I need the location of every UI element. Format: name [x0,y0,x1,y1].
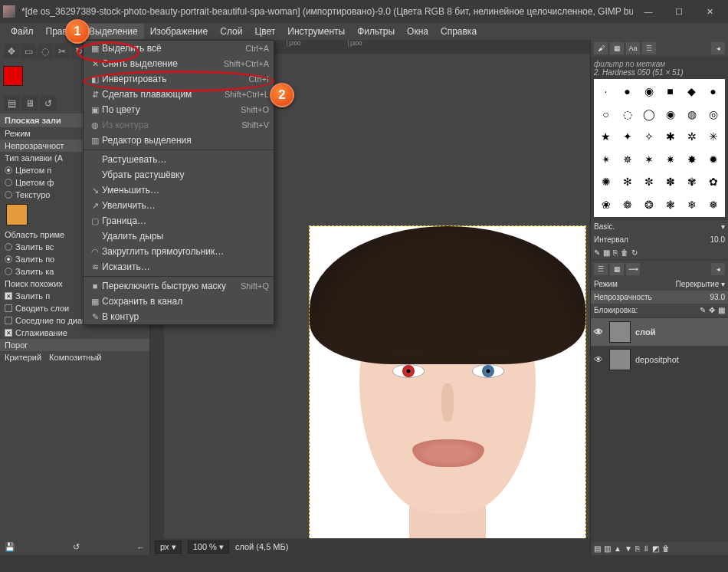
tab-patterns-icon[interactable]: ▦ [610,42,624,54]
menuitem-увеличить-[interactable]: ↗Увеличить… [84,198,274,213]
menuitem-в-контур[interactable]: ✎В контур [84,309,274,324]
tab-paths-icon[interactable]: ⟿ [626,263,640,275]
layer-visibility-icon[interactable]: 👁 [594,327,605,337]
threshold-row[interactable]: Порог [0,339,149,351]
menu-фильтры[interactable]: Фильтры [351,24,401,39]
dup-brush-icon[interactable]: ⎘ [613,248,618,257]
reset-preset-icon[interactable]: ↺ [73,542,80,552]
layer-up-icon[interactable]: ▲ [614,544,621,553]
brush-cell[interactable]: ✳ [703,126,723,148]
menuitem-уменьшить-[interactable]: ↘Уменьшить… [84,182,274,198]
menuitem-сохранить-в-канал[interactable]: ▦Сохранить в канал [84,294,274,309]
menuitem-редактор-выделения[interactable]: ▥Редактор выделения [84,133,274,148]
menuitem-закруглить-прямоугольник-[interactable]: ◠Закруглить прямоугольник… [84,244,274,259]
lock-alpha-icon[interactable]: ▦ [718,306,725,314]
tab-layers-icon[interactable]: ☰ [594,263,608,275]
brush-cell[interactable]: ✧ [638,126,659,148]
maximize-button[interactable]: ☐ [664,1,694,22]
menuitem-снять-выделение[interactable]: ✕Снять выделениеShift+Ctrl+A [84,56,274,71]
brush-cell[interactable]: ✼ [638,171,659,193]
rect-select-tool[interactable]: ▭ [21,44,36,59]
menuitem-граница-[interactable]: ▢Граница… [84,213,274,228]
menu-окна[interactable]: Окна [401,24,435,39]
unit-select[interactable]: px ▾ [155,541,182,554]
brush-cell[interactable]: ◍ [681,104,702,126]
brush-cell[interactable]: ✶ [638,149,659,171]
menu-справка[interactable]: Справка [435,24,483,39]
foreground-color-swatch[interactable] [3,66,23,86]
brush-cell[interactable]: ❅ [703,194,723,216]
lock-position-icon[interactable]: ✥ [709,306,715,314]
mask-layer-icon[interactable]: ◩ [652,544,659,553]
tab-brushes-icon[interactable]: 🖌 [594,42,608,54]
brush-cell[interactable]: ★ [595,126,616,148]
brush-cell[interactable]: ◉ [638,81,659,103]
tab-history-icon[interactable]: ↺ [41,96,56,111]
brush-cell[interactable]: ✺ [595,171,616,193]
merge-layer-icon[interactable]: ⥥ [643,544,649,553]
brush-cell[interactable]: ● [703,81,723,103]
layer-mode-row[interactable]: Режим Перекрытие ▾ [591,278,728,291]
edit-brush-icon[interactable]: ✎ [594,248,600,257]
layer-group-icon[interactable]: ▥ [604,544,611,553]
menu-слой[interactable]: Слой [214,24,248,39]
brush-cell[interactable]: ✲ [681,126,702,148]
del-brush-icon[interactable]: 🗑 [621,248,628,257]
lasso-tool[interactable]: ◌ [38,44,53,59]
layer-row[interactable]: 👁слой [591,318,728,346]
brush-grid[interactable]: ·●◉■◆●○◌◯◉◍◎★✦✧✱✲✳✴✵✶✷✸✹✺✻✼✽✾✿❀❁❂❃❄❅ [594,79,725,217]
tab-device-icon[interactable]: 🖥 [22,96,38,111]
dup-layer-icon[interactable]: ⎘ [635,544,640,553]
minimize-button[interactable]: — [633,1,664,22]
brush-cell[interactable]: ◆ [681,81,702,103]
brush-cell[interactable]: ❄ [681,194,702,216]
brush-cell[interactable]: ✽ [660,171,680,193]
menuitem-по-цвету[interactable]: ▣По цветуShift+O [84,102,274,117]
move-tool[interactable]: ✥ [4,44,19,59]
menuitem-исказить-[interactable]: ≋Исказить… [84,259,274,274]
delete-preset-icon[interactable]: ← [136,543,145,552]
menu-выделение[interactable]: Выделение [83,24,144,39]
brush-cell[interactable]: ◯ [638,104,659,126]
menu-изображение[interactable]: Изображение [144,24,215,39]
zoom-select[interactable]: 100 % ▾ [188,541,229,554]
crop-tool[interactable]: ✂ [54,44,70,59]
tab-channels-icon[interactable]: ▦ [610,263,624,275]
tab-fonts-icon[interactable]: Aa [626,42,640,54]
brush-cell[interactable]: ❀ [595,194,616,216]
menuitem-инвертировать[interactable]: ◧ИнвертироватьCtrl+I [84,71,274,87]
layer-down-icon[interactable]: ▼ [625,544,632,553]
tab-history-icon[interactable]: ☰ [642,42,656,54]
close-button[interactable]: ✕ [694,1,725,22]
brush-cell[interactable]: ❁ [617,194,638,216]
brush-cell[interactable]: ❂ [638,194,659,216]
brush-cell[interactable]: ✴ [595,149,616,171]
brush-cell[interactable]: ✵ [617,149,638,171]
menu-цвет[interactable]: Цвет [248,24,281,39]
brush-cell[interactable]: ✾ [681,171,702,193]
lock-pixels-icon[interactable]: ✎ [700,306,706,314]
layer-opacity-row[interactable]: Непрозрачность 93.0 [591,291,728,304]
brush-cell[interactable]: ✻ [617,171,638,193]
brush-cell[interactable]: ❃ [660,194,680,216]
canvas-image[interactable] [310,226,585,541]
brush-cell[interactable]: ✸ [681,149,702,171]
menu-файл[interactable]: Файл [5,24,40,39]
panel-menu-icon[interactable]: ◂ [711,263,725,275]
brush-cell[interactable]: ✦ [617,126,638,148]
menuitem-переключить-быструю-маску[interactable]: ■Переключить быструю маскуShift+Q [84,278,274,294]
brush-cell[interactable]: ■ [660,81,680,103]
brush-cell[interactable]: ✷ [660,149,680,171]
menuitem-выделить-вс-[interactable]: ▦Выделить всёCtrl+A [84,41,274,56]
menuitem-убрать-растуш-вку[interactable]: Убрать растушёвку [84,167,274,182]
brush-cell[interactable]: ○ [595,104,616,126]
refresh-brush-icon[interactable]: ↻ [631,248,638,257]
find-opt-3[interactable]: ✕Сглаживание [0,327,149,339]
brush-cell[interactable]: ✹ [703,149,723,171]
brush-cell[interactable]: ◉ [660,104,680,126]
new-brush-icon[interactable]: ▦ [603,248,610,257]
brush-cell[interactable]: ✿ [703,171,723,193]
pattern-swatch[interactable] [6,204,28,225]
brush-cell[interactable]: ✱ [660,126,680,148]
brush-basic-row[interactable]: Basic.▾ [591,220,728,233]
